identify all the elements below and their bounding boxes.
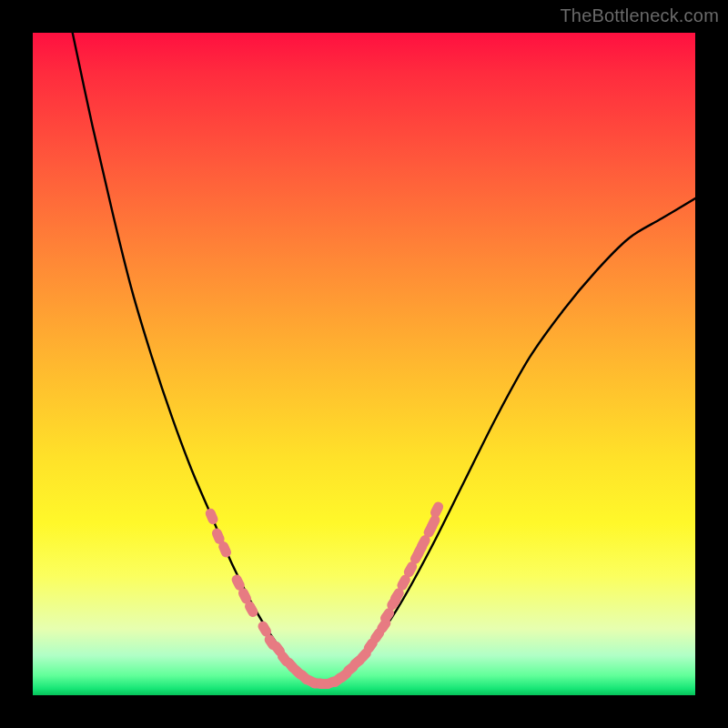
watermark-text: TheBottleneck.com — [560, 5, 719, 26]
bottleneck-curve — [73, 33, 695, 685]
curve-marker — [429, 500, 445, 520]
curve-layer — [33, 33, 695, 695]
curve-markers — [204, 500, 445, 691]
chart-frame: TheBottleneck.com — [0, 0, 728, 728]
curve-marker — [204, 507, 219, 526]
plot-area — [33, 33, 695, 695]
